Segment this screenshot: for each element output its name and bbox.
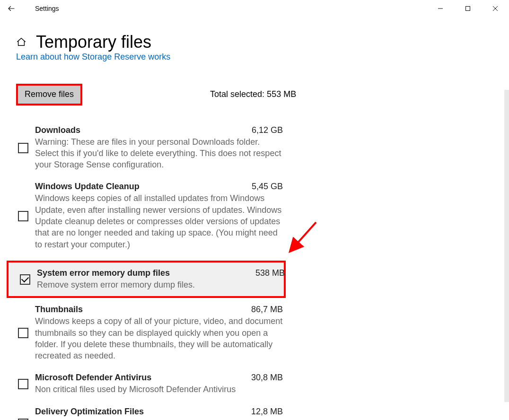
item-size: 12,8 MB <box>251 407 283 417</box>
close-icon <box>492 6 498 11</box>
title-bar: Settings <box>0 0 509 17</box>
maximize-button[interactable] <box>454 0 482 17</box>
page-header: Temporary files <box>16 32 493 52</box>
item-description: Delivery Optimization files are files th… <box>35 418 283 420</box>
item-title: System error memory dump files <box>37 268 170 278</box>
checkbox[interactable] <box>18 143 28 153</box>
arrow-left-icon <box>7 4 16 13</box>
item-top: Thumbnails 86,7 MB <box>35 305 283 315</box>
back-button[interactable] <box>2 0 21 17</box>
item-size: 86,7 MB <box>251 305 283 315</box>
checkbox-wrap <box>18 305 35 361</box>
list-item[interactable]: Downloads 6,12 GB Warning: These are fil… <box>16 122 285 179</box>
close-button[interactable] <box>482 0 509 17</box>
checkbox[interactable] <box>18 328 28 338</box>
checkbox-wrap <box>20 268 37 290</box>
item-title: Microsoft Defender Antivirus <box>35 373 151 383</box>
item-description: Warning: These are files in your persona… <box>35 136 283 171</box>
house-icon <box>16 37 26 47</box>
highlighted-item: System error memory dump files 538 MB Re… <box>7 261 286 298</box>
scrollbar[interactable] <box>504 90 509 402</box>
checkbox[interactable] <box>18 379 28 389</box>
item-top: Microsoft Defender Antivirus 30,8 MB <box>35 373 283 383</box>
storage-reserve-link[interactable]: Learn about how Storage Reserve works <box>16 52 493 62</box>
item-title: Delivery Optimization Files <box>35 407 144 417</box>
list-item[interactable]: Delivery Optimization Files 12,8 MB Deli… <box>16 404 285 420</box>
item-top: Downloads 6,12 GB <box>35 125 283 135</box>
item-top: System error memory dump files 538 MB <box>37 268 285 278</box>
item-top: Delivery Optimization Files 12,8 MB <box>35 407 283 417</box>
item-size: 6,12 GB <box>252 125 283 135</box>
item-body: System error memory dump files 538 MB Re… <box>37 268 285 290</box>
minimize-icon <box>438 6 443 11</box>
item-size: 30,8 MB <box>251 373 283 383</box>
app-title: Settings <box>35 5 59 12</box>
checkbox-wrap <box>18 182 35 250</box>
list-item[interactable]: Thumbnails 86,7 MB Windows keeps a copy … <box>16 302 285 370</box>
minimize-button[interactable] <box>427 0 454 17</box>
item-size: 538 MB <box>255 268 285 278</box>
item-body: Windows Update Cleanup 5,45 GB Windows k… <box>35 182 283 250</box>
item-description: Non critical files used by Microsoft Def… <box>35 384 283 395</box>
checkbox[interactable] <box>18 419 28 420</box>
item-title: Windows Update Cleanup <box>35 182 140 192</box>
item-top: Windows Update Cleanup 5,45 GB <box>35 182 283 192</box>
content-area: Temporary files Learn about how Storage … <box>0 17 509 420</box>
page-title: Temporary files <box>36 32 151 52</box>
home-icon[interactable] <box>16 37 26 47</box>
item-description: Windows keeps a copy of all of your pict… <box>35 315 283 361</box>
svg-rect-1 <box>466 7 470 11</box>
remove-files-button[interactable]: Remove files <box>16 84 82 105</box>
checkbox-wrap <box>18 373 35 395</box>
checkbox[interactable] <box>20 274 30 285</box>
item-title: Thumbnails <box>35 305 83 315</box>
maximize-icon <box>465 6 471 11</box>
list-item[interactable]: Microsoft Defender Antivirus 30,8 MB Non… <box>16 370 285 403</box>
item-body: Delivery Optimization Files 12,8 MB Deli… <box>35 407 283 420</box>
item-body: Thumbnails 86,7 MB Windows keeps a copy … <box>35 305 283 361</box>
item-description: Windows keeps copies of all installed up… <box>35 192 283 250</box>
total-selected-label: Total selected: 553 MB <box>210 89 296 99</box>
window-controls <box>427 0 509 17</box>
checkbox-wrap <box>18 125 35 171</box>
item-body: Microsoft Defender Antivirus 30,8 MB Non… <box>35 373 283 395</box>
list-item[interactable]: System error memory dump files 538 MB Re… <box>18 262 287 296</box>
item-size: 5,45 GB <box>252 182 283 192</box>
list-item[interactable]: Windows Update Cleanup 5,45 GB Windows k… <box>16 179 285 258</box>
checkbox-wrap <box>18 407 35 420</box>
item-body: Downloads 6,12 GB Warning: These are fil… <box>35 125 283 171</box>
item-description: Remove system error memory dump files. <box>37 279 285 290</box>
checkbox[interactable] <box>18 211 28 221</box>
item-title: Downloads <box>35 125 80 135</box>
file-category-list: Downloads 6,12 GB Warning: These are fil… <box>16 122 493 420</box>
action-row: Remove files Total selected: 553 MB <box>16 84 493 105</box>
